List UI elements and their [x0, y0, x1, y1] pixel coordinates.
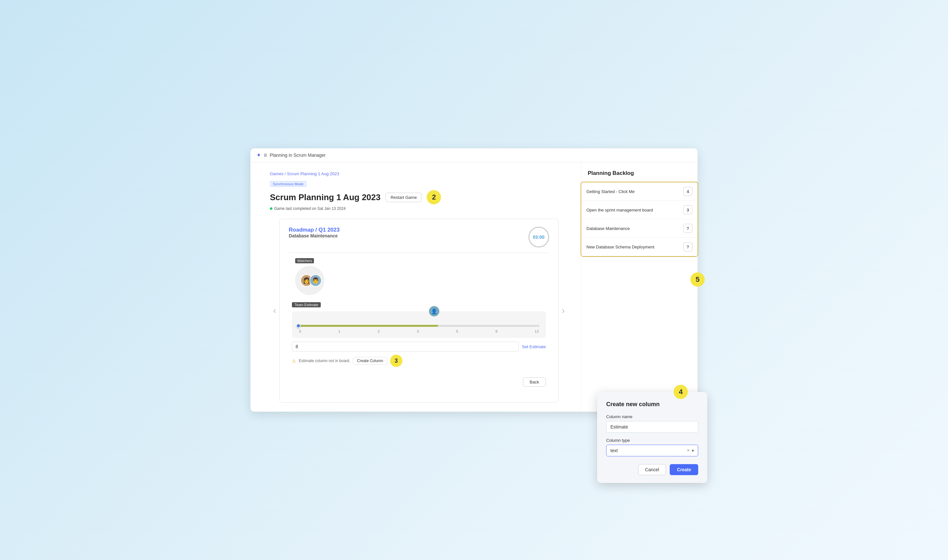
watchers-label: Watchers: [295, 258, 314, 263]
column-type-arrow-icon: ▾: [692, 448, 694, 453]
card-breadcrumb-part1: Roadmap: [289, 227, 314, 233]
left-panel: Games / Scrum Planning 1 Aug 2023 Synchr…: [251, 162, 581, 412]
set-estimate-button[interactable]: Set Estimate: [522, 344, 546, 349]
right-panel: Planning Backlog Getting Started - Click…: [581, 162, 697, 412]
modal-overlay: 4 Create new column Column name Column t…: [597, 392, 707, 483]
warning-text: Estimate column not in board.: [299, 358, 350, 363]
card-footer: Back: [289, 367, 549, 387]
create-button[interactable]: Create: [670, 464, 698, 475]
backlog-item-4-badge: ?: [683, 242, 693, 251]
content-area: Games / Scrum Planning 1 Aug 2023 Synchr…: [251, 162, 697, 412]
card-title: Roadmap / Q1 2023: [289, 227, 340, 233]
breadcrumb-separator: /: [285, 171, 286, 176]
restart-game-button[interactable]: Restart Game: [386, 193, 422, 202]
warning-row: ⚠ Estimate column not in board. Create C…: [292, 355, 546, 367]
slider-label-13: 13: [535, 329, 539, 333]
cancel-button[interactable]: Cancel: [638, 464, 666, 475]
card-subtitle: Database Maintenance: [289, 233, 340, 238]
avatar-group-wrapper: 👩 👨: [295, 266, 324, 295]
column-type-clear-icon[interactable]: ×: [687, 448, 690, 454]
sync-mode-badge: Synchronous Mode: [270, 181, 306, 187]
backlog-item-3-badge: ?: [683, 224, 693, 233]
main-window: ✦ ≡ Planning in Scrum Manager Games / Sc…: [251, 148, 697, 412]
card-divider: [289, 252, 549, 253]
game-title-row: Scrum Planning 1 Aug 2023 Restart Game 2: [270, 190, 568, 205]
game-status: Game last completed on Sat Jan 13 2024: [270, 206, 568, 211]
window-title: Planning in Scrum Manager: [270, 152, 326, 158]
planning-card: Roadmap / Q1 2023 Database Maintenance 0…: [279, 218, 558, 403]
game-title: Scrum Planning 1 Aug 2023: [270, 192, 380, 202]
back-button[interactable]: Back: [523, 377, 546, 387]
breadcrumb-parent[interactable]: Games: [270, 171, 283, 176]
step-badge-4: 4: [674, 385, 688, 399]
slider-fill: [299, 325, 438, 327]
slider-track[interactable]: [299, 325, 539, 327]
backlog-item-2-badge: 3: [683, 205, 693, 214]
slider-label-8: 8: [496, 329, 497, 333]
step-badge-2: 2: [427, 190, 441, 205]
app-icon: ✦: [256, 152, 261, 159]
slider-labels: 0 1 2 3 5 8 13: [299, 329, 539, 333]
backlog-item-1[interactable]: Getting Started - Click Me 4: [581, 182, 697, 201]
slider-label-2: 2: [378, 329, 380, 333]
column-type-select[interactable]: text × ▾: [606, 445, 698, 456]
avatar-2: 👨: [309, 274, 322, 287]
column-type-value: text: [610, 448, 687, 453]
backlog-item-4[interactable]: New Database Schema Deployment ?: [581, 238, 697, 256]
estimate-row: Set Estimate: [292, 342, 546, 351]
slider-section: 👤 0 1 2 3 5 8: [292, 311, 546, 338]
slider-avatar: 👤: [429, 306, 439, 317]
breadcrumb: Games / Scrum Planning 1 Aug 2023: [270, 171, 568, 176]
backlog-item-1-badge: 4: [683, 187, 693, 196]
modal-footer: Cancel Create: [606, 464, 698, 475]
backlog-item-2-text: Open the sprint management board: [586, 208, 680, 212]
column-type-label: Column type: [606, 438, 698, 443]
backlog-item-3-text: Database Maintenance: [586, 226, 680, 231]
card-header: Roadmap / Q1 2023 Database Maintenance 0…: [289, 227, 549, 248]
status-dot: [270, 207, 272, 210]
team-estimate-label: Team Estimate: [292, 302, 321, 308]
card-breadcrumb-part2: / Q1 2023: [315, 227, 340, 233]
title-bar: ✦ ≡ Planning in Scrum Manager: [251, 148, 697, 162]
backlog-list: Getting Started - Click Me 4 Open the sp…: [580, 182, 698, 257]
backlog-item-2[interactable]: Open the sprint management board 3: [581, 201, 697, 219]
backlog-title: Planning Backlog: [581, 170, 697, 182]
estimate-input[interactable]: [292, 342, 519, 351]
menu-icon: ≡: [264, 152, 267, 159]
team-estimate-section: Team Estimate 👤 0 1 2: [289, 302, 549, 367]
timer-display: 03:00: [528, 227, 549, 248]
slider-label-1: 1: [339, 329, 340, 333]
backlog-item-1-text: Getting Started - Click Me: [586, 189, 680, 194]
prev-arrow[interactable]: ‹: [270, 305, 279, 316]
slider-thumb[interactable]: [296, 323, 301, 328]
create-column-modal: 4 Create new column Column name Column t…: [597, 392, 707, 483]
warning-icon: ⚠: [292, 358, 296, 363]
backlog-item-4-text: New Database Schema Deployment: [586, 245, 680, 249]
modal-title: Create new column: [606, 401, 698, 408]
next-arrow[interactable]: ›: [559, 305, 568, 316]
backlog-item-3[interactable]: Database Maintenance ?: [581, 219, 697, 238]
column-name-label: Column name: [606, 414, 698, 419]
avatar-group: 👩 👨: [300, 274, 322, 287]
watchers-section: Watchers 👩 👨: [289, 258, 549, 302]
slider-label-5: 5: [456, 329, 458, 333]
slider-label-0: 0: [299, 329, 301, 333]
step-badge-5: 5: [690, 272, 705, 287]
step-badge-3: 3: [390, 355, 402, 367]
column-name-input[interactable]: [606, 421, 698, 433]
create-column-button[interactable]: Create Column: [353, 357, 388, 365]
breadcrumb-current: Scrum Planning 1 Aug 2023: [287, 171, 339, 176]
slider-label-3: 3: [417, 329, 419, 333]
status-text: Game last completed on Sat Jan 13 2024: [274, 206, 346, 211]
